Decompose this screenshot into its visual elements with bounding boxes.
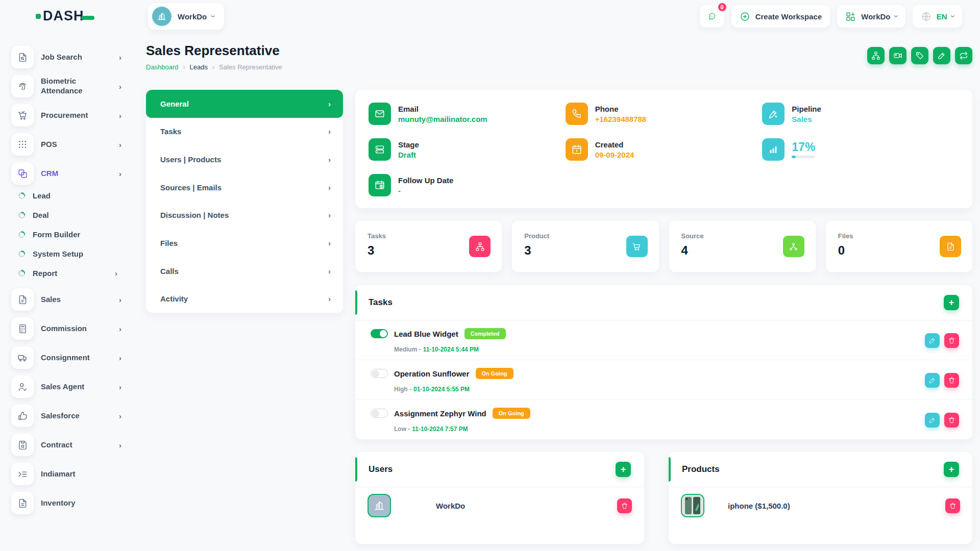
tab-calls[interactable]: Calls› bbox=[146, 257, 343, 285]
workspace-selector[interactable]: WorkDo › bbox=[148, 3, 224, 30]
chevron-right-icon: › bbox=[183, 64, 185, 71]
user-check-icon bbox=[11, 375, 34, 398]
sidebar-item-crm[interactable]: CRM › bbox=[11, 162, 121, 185]
labels-button[interactable] bbox=[867, 47, 885, 64]
language-selector[interactable]: EN › bbox=[913, 5, 962, 28]
sidebar-item-inventory[interactable]: Inventory bbox=[11, 492, 121, 514]
trash-icon bbox=[949, 502, 957, 510]
sidebar-item-deal[interactable]: Deal bbox=[18, 211, 121, 219]
tab-users-products[interactable]: Users | Products› bbox=[146, 145, 343, 173]
sidebar-item-consignment[interactable]: Consignment › bbox=[11, 346, 121, 369]
task-priority: High - bbox=[394, 386, 411, 393]
overview-pipeline: PipelineSales bbox=[762, 103, 959, 125]
globe-icon bbox=[921, 11, 932, 22]
task-complete-toggle[interactable] bbox=[371, 369, 388, 378]
loader-circle-icon bbox=[18, 270, 25, 277]
follow-up-value: - bbox=[398, 186, 453, 195]
create-workspace-button[interactable]: Create Workspace bbox=[731, 5, 830, 28]
sidebar-item-contract[interactable]: Contract › bbox=[11, 434, 121, 456]
procurement-cart-icon bbox=[11, 104, 34, 127]
file-text-icon bbox=[11, 492, 34, 514]
sidebar-item-pos[interactable]: POS › bbox=[11, 133, 121, 156]
sidebar-item-sales-agent[interactable]: Sales Agent › bbox=[11, 375, 121, 398]
grid-dots-icon bbox=[11, 133, 34, 156]
messages-button[interactable]: 0 bbox=[700, 5, 724, 28]
task-complete-toggle[interactable] bbox=[371, 409, 388, 418]
app-logo[interactable]: DASH bbox=[36, 8, 94, 24]
server-icon bbox=[369, 138, 391, 161]
sidebar-item-system-setup[interactable]: System Setup bbox=[18, 249, 121, 258]
document-icon bbox=[11, 288, 34, 311]
trash-icon bbox=[621, 502, 628, 510]
progress-percent: 17% bbox=[792, 141, 815, 153]
tab-discussion-notes[interactable]: Discussion | Notes› bbox=[146, 202, 343, 230]
chevron-right-icon: › bbox=[212, 64, 214, 71]
tab-activity[interactable]: Activity› bbox=[146, 285, 343, 313]
indent-arrow-icon bbox=[11, 463, 34, 485]
workspace-switcher-label: WorkDo bbox=[861, 12, 890, 21]
sidebar-item-procurement[interactable]: Procurement › bbox=[11, 104, 121, 127]
delete-task-button[interactable] bbox=[944, 333, 959, 348]
breadcrumb-dashboard-link[interactable]: Dashboard bbox=[146, 63, 179, 71]
trash-icon bbox=[948, 416, 955, 424]
tab-files[interactable]: Files› bbox=[146, 229, 343, 257]
sidebar-item-job-search[interactable]: Job Search › bbox=[11, 46, 121, 68]
chevron-right-icon: › bbox=[119, 441, 121, 449]
sidebar: Job Search › Biometric Attendance › Proc… bbox=[0, 33, 129, 551]
status-badge: Completed bbox=[464, 328, 506, 339]
crm-layers-icon bbox=[11, 162, 34, 185]
sidebar-item-lead[interactable]: Lead bbox=[18, 191, 121, 200]
sidebar-item-salesforce[interactable]: Salesforce › bbox=[11, 405, 121, 427]
tab-sources-emails[interactable]: Sources | Emails› bbox=[146, 173, 343, 202]
edit-task-button[interactable] bbox=[925, 373, 940, 388]
tag-icon bbox=[915, 51, 924, 60]
loader-circle-icon bbox=[18, 212, 25, 218]
tag-button[interactable] bbox=[911, 47, 928, 64]
chevron-right-icon: › bbox=[119, 53, 121, 62]
delete-user-button[interactable] bbox=[617, 498, 632, 513]
convert-lead-button[interactable] bbox=[955, 47, 972, 64]
sidebar-item-biometric-attendance[interactable]: Biometric Attendance › bbox=[11, 75, 121, 97]
task-row: Assignment Zephyr Wind On Going Low -11-… bbox=[355, 400, 972, 439]
workspace-name: WorkDo bbox=[178, 12, 207, 21]
chevron-down-icon: › bbox=[119, 169, 121, 178]
loader-circle-icon bbox=[18, 251, 25, 257]
add-product-button[interactable]: + bbox=[944, 462, 959, 477]
tab-tasks[interactable]: Tasks› bbox=[146, 118, 343, 146]
edit-task-button[interactable] bbox=[925, 333, 940, 348]
delete-task-button[interactable] bbox=[944, 413, 959, 428]
chevron-down-icon: › bbox=[209, 15, 218, 17]
created-value: 09-09-2024 bbox=[595, 151, 634, 159]
sidebar-item-report[interactable]: Report › bbox=[18, 269, 121, 278]
pencil-icon bbox=[928, 377, 936, 384]
task-complete-toggle[interactable] bbox=[371, 329, 388, 338]
sidebar-item-indiamart[interactable]: Indiamart bbox=[11, 463, 121, 485]
loader-circle-icon bbox=[18, 192, 25, 199]
trash-icon bbox=[948, 377, 955, 384]
chevron-right-icon: › bbox=[328, 155, 331, 164]
calculator-icon bbox=[11, 317, 34, 340]
edit-lead-button[interactable] bbox=[933, 47, 950, 64]
user-name: WorkDo bbox=[436, 502, 465, 510]
delete-product-button[interactable] bbox=[945, 498, 960, 513]
task-datetime: 11-10-2024 5:44 PM bbox=[423, 346, 479, 353]
edit-task-button[interactable] bbox=[925, 413, 940, 428]
add-user-button[interactable]: + bbox=[616, 462, 631, 477]
tab-general[interactable]: General› bbox=[146, 90, 343, 118]
delete-task-button[interactable] bbox=[944, 373, 959, 388]
meeting-button[interactable] bbox=[889, 47, 906, 64]
products-section: Products + iphone ($1,500.0) bbox=[669, 452, 972, 544]
stage-value: Draft bbox=[398, 151, 419, 159]
sidebar-item-sales[interactable]: Sales › bbox=[11, 288, 121, 311]
workspace-switcher[interactable]: WorkDo › bbox=[837, 5, 905, 28]
chevron-down-icon: › bbox=[891, 15, 900, 17]
sidebar-item-commission[interactable]: Commission › bbox=[11, 317, 121, 340]
breadcrumb-leads-link[interactable]: Leads bbox=[190, 63, 208, 71]
file-icon bbox=[940, 236, 961, 257]
mail-icon bbox=[369, 103, 391, 125]
stat-card-source: Source 4 bbox=[669, 221, 816, 272]
progress-bar bbox=[792, 156, 815, 158]
chevron-right-icon: › bbox=[328, 183, 331, 192]
add-task-button[interactable]: + bbox=[944, 295, 959, 310]
sidebar-item-form-builder[interactable]: Form Builder bbox=[18, 230, 121, 239]
